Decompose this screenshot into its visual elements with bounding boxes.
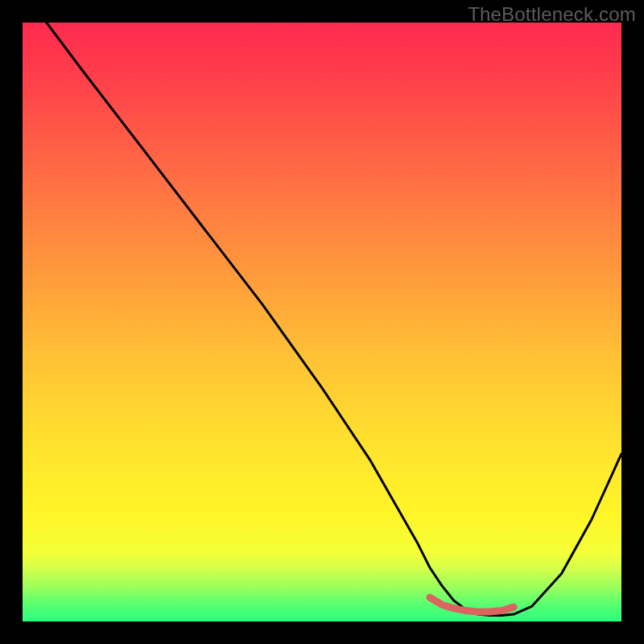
chart-frame: TheBottleneck.com — [0, 0, 644, 644]
bottleneck-curve — [47, 23, 621, 616]
plot-area — [23, 23, 621, 621]
curve-layer — [23, 23, 621, 621]
watermark-text: TheBottleneck.com — [468, 3, 636, 26]
flat-marker — [430, 597, 514, 612]
